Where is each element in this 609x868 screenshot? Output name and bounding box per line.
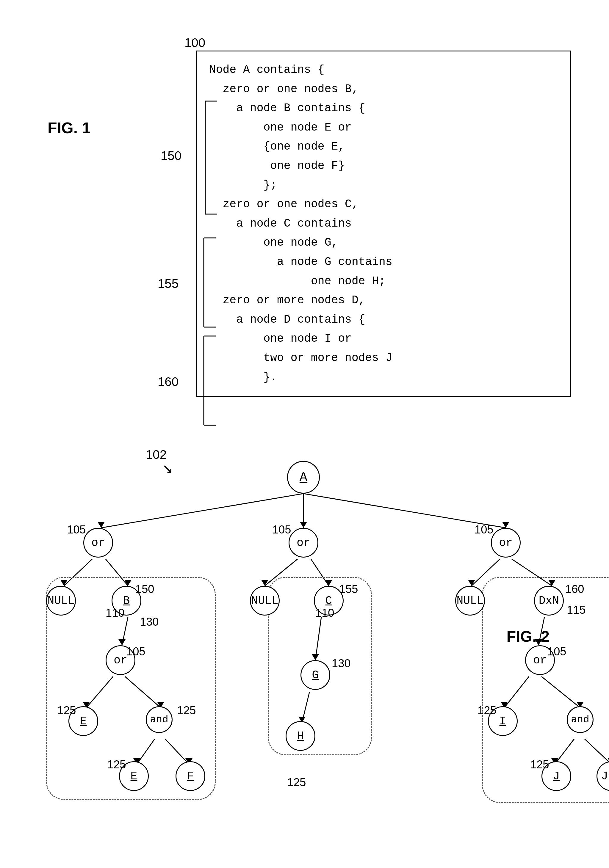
ref-label-105-2: 105 xyxy=(272,523,291,536)
ref-label-130-1: 130 xyxy=(140,615,158,628)
ref-label-130-2: 130 xyxy=(332,657,351,670)
node-DxN: DxN xyxy=(534,586,564,615)
code-text: Node A contains { zero or one nodes B, a… xyxy=(209,60,558,387)
node-and1: and xyxy=(146,706,172,733)
ref-label-150: 150 xyxy=(135,583,154,596)
ref-label-110-2: 110 xyxy=(315,607,334,619)
node-NULL2: NULL xyxy=(250,586,280,615)
ref-label-155: 155 xyxy=(339,583,358,596)
ref-160: 160 xyxy=(158,375,179,389)
ref-label-125-6: 125 xyxy=(530,758,549,771)
node-F: F xyxy=(176,761,205,791)
fig2-section: 102 ↘ FIG. 2 xyxy=(0,431,609,862)
ref-label-125-5: 125 xyxy=(287,776,306,789)
bracket-150-svg xyxy=(188,98,223,217)
ref-150: 150 xyxy=(161,149,182,163)
node-and2: and xyxy=(567,706,593,733)
node-H: H xyxy=(286,721,315,751)
ref-label-125-2: 125 xyxy=(177,704,196,717)
code-box: Node A contains { zero or one nodes B, a… xyxy=(196,51,571,397)
ref-100: 100 xyxy=(185,36,205,50)
node-NULL1: NULL xyxy=(46,586,76,615)
ref-155: 155 xyxy=(158,277,179,291)
node-G: G xyxy=(300,660,330,690)
svg-marker-21 xyxy=(261,580,268,586)
svg-marker-14 xyxy=(502,522,510,528)
ref-label-125-1: 125 xyxy=(57,704,76,717)
ref-label-125-4: 125 xyxy=(107,758,126,771)
node-A: A xyxy=(287,461,320,494)
svg-marker-12 xyxy=(98,522,105,528)
node-NULL3: NULL xyxy=(455,586,485,615)
ref-label-125-3: 125 xyxy=(477,704,496,717)
node-or1: or xyxy=(83,528,113,558)
ref-label-110-1: 110 xyxy=(106,607,124,619)
node-or3: or xyxy=(491,528,520,558)
ref-label-160: 160 xyxy=(565,583,584,596)
ref-label-115: 115 xyxy=(567,604,586,617)
ref-label-105-3: 105 xyxy=(474,523,493,536)
ref-label-105-4: 105 xyxy=(126,645,145,658)
ref-label-105-1: 105 xyxy=(67,523,86,536)
bracket-160-svg xyxy=(186,333,222,428)
svg-line-9 xyxy=(101,494,303,528)
svg-marker-13 xyxy=(300,522,307,528)
node-or2: or xyxy=(289,528,318,558)
bracket-155-svg xyxy=(186,235,222,330)
fig1-label: FIG. 1 xyxy=(48,119,90,137)
svg-line-11 xyxy=(303,494,506,528)
ref-label-105-5: 105 xyxy=(547,645,566,658)
